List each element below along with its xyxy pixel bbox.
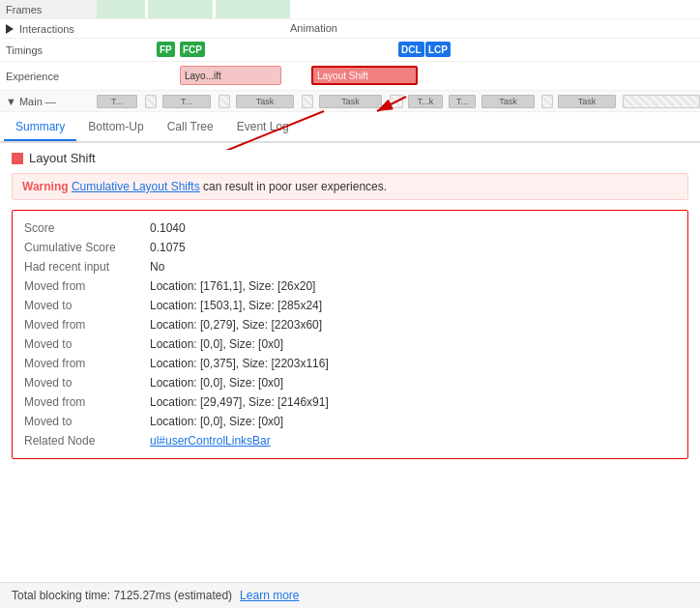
interactions-expand-icon[interactable] [6,24,14,34]
layout-shift-light[interactable]: Layo...ift [180,66,281,85]
score-value-10: Location: [0,0], Size: [0x0] [150,415,283,428]
score-row-11: Related Node ul#userControlLinksBar [24,431,676,450]
tab-event-log[interactable]: Event Log [225,114,301,141]
task-11[interactable]: Task [481,95,535,108]
experience-content: Layo...ift Layout Shift [97,62,700,90]
main-label-text: ▼ Main — [6,96,56,107]
tabs-bar: Summary Bottom-Up Call Tree Event Log [0,112,700,143]
score-row-3: Moved from Location: [1761,1], Size: [26… [24,276,676,296]
layout-shift-highlighted[interactable]: Layout Shift [311,66,418,85]
task-10[interactable]: T... [449,95,476,108]
main-row: ▼ Main — T... T... Task Task T...k T... … [0,91,700,112]
task-6 [302,95,313,108]
frames-label-text: Frames [6,4,42,15]
task-13[interactable]: Task [558,95,616,108]
score-value-8: Location: [0,0], Size: [0x0] [150,376,283,390]
score-label-1: Cumulative Score [24,241,150,254]
red-square-icon [12,153,23,164]
warning-text: can result in poor user experiences. [203,180,387,193]
score-label-6: Moved to [24,337,150,351]
task-2 [145,95,157,108]
score-row-0: Score 0.1040 [24,218,676,238]
score-row-2: Had recent input No [24,257,676,276]
task-3[interactable]: T... [162,95,211,108]
animation-label: Animation [290,22,337,34]
task-12 [541,95,553,108]
fp-badge[interactable]: FP [157,42,175,57]
interactions-label: Interactions [0,23,97,35]
score-label-2: Had recent input [24,260,150,274]
frames-label: Frames [0,4,97,15]
task-1[interactable]: T... [97,95,137,108]
interactions-label-text: Interactions [19,23,74,35]
score-row-9: Moved from Location: [29,497], Size: [21… [24,392,676,412]
score-label-8: Moved to [24,376,150,390]
task-7[interactable]: Task [319,95,382,108]
task-9[interactable]: T...k [408,95,443,108]
frame-bg [97,0,700,18]
interactions-content: Animation [97,19,700,38]
dcl-badge[interactable]: DCL [398,42,424,57]
score-value-4: Location: [1503,1], Size: [285x24] [150,299,322,312]
detail-title-text: Layout Shift [29,151,96,165]
score-value-0: 0.1040 [150,221,186,235]
details-title: Layout Shift [12,151,688,165]
tab-summary[interactable]: Summary [4,114,76,141]
experience-label: Experience [0,71,97,82]
score-value-5: Location: [0,279], Size: [2203x60] [150,318,322,332]
score-label-11: Related Node [24,434,150,448]
tab-call-tree[interactable]: Call Tree [156,114,225,141]
score-row-7: Moved from Location: [0,375], Size: [220… [24,354,676,373]
score-row-5: Moved from Location: [0,279], Size: [220… [24,315,676,334]
warning-link[interactable]: Cumulative Layout Shifts [72,180,200,193]
details-section: Layout Shift Warning Cumulative Layout S… [0,143,700,467]
timings-content: FP FCP DCL LCP [97,39,700,61]
score-label-4: Moved to [24,299,150,312]
timeline-wrapper: Frames 467.0 ms 292.6 ms 366.0 ms 328.4 … [0,0,700,112]
task-8 [390,95,403,108]
experience-label-text: Experience [6,71,59,82]
score-value-11[interactable]: ul#userControlLinksBar [150,434,271,448]
frames-row: Frames 467.0 ms 292.6 ms 366.0 ms 328.4 [0,0,700,19]
score-value-7: Location: [0,375], Size: [2203x116] [150,357,329,370]
score-label-0: Score [24,221,150,235]
task-4 [219,95,230,108]
score-label-10: Moved to [24,415,150,428]
score-label-3: Moved from [24,279,150,293]
timings-row: Timings FP FCP DCL LCP [0,39,700,62]
score-value-3: Location: [1761,1], Size: [26x20] [150,279,315,293]
warning-banner: Warning Cumulative Layout Shifts can res… [12,173,688,200]
timings-label-text: Timings [6,44,43,56]
timings-label: Timings [0,44,97,56]
score-value-1: 0.1075 [150,241,186,254]
score-row-4: Moved to Location: [1503,1], Size: [285x… [24,296,676,315]
main-content: T... T... Task Task T...k T... Task Task [97,91,700,111]
score-row-10: Moved to Location: [0,0], Size: [0x0] [24,412,676,431]
lcp-badge[interactable]: LCP [425,42,451,57]
score-row-6: Moved to Location: [0,0], Size: [0x0] [24,334,676,354]
task-14 [623,95,700,108]
score-label-9: Moved from [24,395,150,409]
score-value-6: Location: [0,0], Size: [0x0] [150,337,283,351]
score-row-8: Moved to Location: [0,0], Size: [0x0] [24,373,676,392]
task-5[interactable]: Task [236,95,294,108]
score-value-9: Location: [29,497], Size: [2146x91] [150,395,329,409]
score-table: Score 0.1040 Cumulative Score 0.1075 Had… [12,210,688,459]
tab-bottom-up[interactable]: Bottom-Up [76,114,155,141]
experience-row: Experience Layo...ift Layout Shift [0,62,700,91]
interactions-row: Interactions Animation [0,19,700,39]
warning-label: Warning [22,180,69,193]
fcp-badge[interactable]: FCP [180,42,205,57]
score-row-1: Cumulative Score 0.1075 [24,238,676,257]
frames-content: 467.0 ms 292.6 ms 366.0 ms 328.4 [97,0,700,18]
score-value-2: No [150,260,164,274]
main-label: ▼ Main — [0,96,97,107]
score-label-7: Moved from [24,357,150,370]
score-label-5: Moved from [24,318,150,332]
